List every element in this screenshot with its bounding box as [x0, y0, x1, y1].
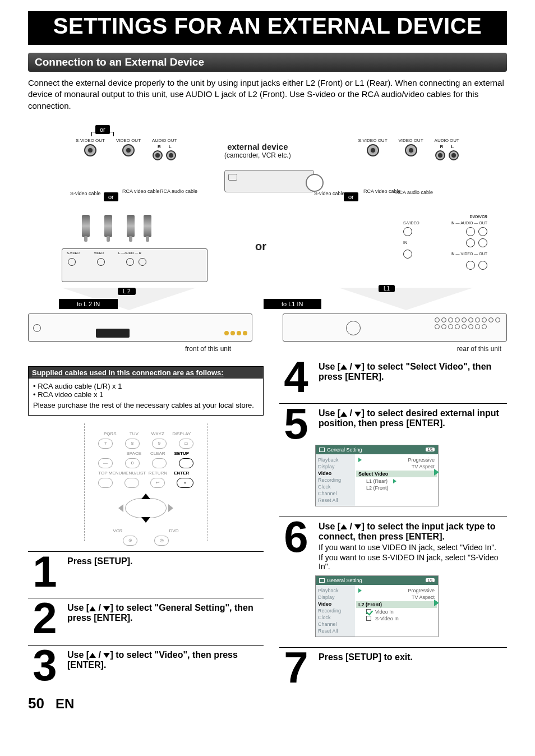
arrow-right-icon	[434, 600, 439, 606]
osd-page-tag: 1/1	[426, 578, 435, 582]
remote-label: SPACE	[122, 451, 146, 456]
to-l1-label: to L1 IN	[264, 299, 321, 309]
osd-side-item: Display	[318, 463, 353, 470]
tv-icon	[319, 578, 325, 583]
step-text: Use [ / ] to select desired external inp…	[319, 407, 507, 440]
step-2: 2 Use [ / ] to select "General Setting",…	[28, 598, 264, 635]
step-number: 2	[28, 602, 62, 635]
audio-out-label: AUDIO OUT	[152, 139, 177, 143]
supplied-item: RCA video cable x 1	[33, 390, 259, 399]
osd-side-item: Playback	[318, 587, 353, 594]
page-footer: 50 EN	[28, 695, 507, 712]
supplied-cables-box: Supplied cables used in this connection …	[28, 366, 264, 416]
svideo-out-label: S-VIDEO OUT	[76, 139, 105, 143]
jack-icon	[403, 250, 412, 259]
jack-icon	[478, 227, 487, 236]
remote-topmenu-button[interactable]	[98, 478, 113, 488]
audio-l-label: L	[451, 144, 454, 149]
cable-plug-icon	[82, 215, 90, 237]
rear-video-label: IN — VIDEO — OUT	[451, 252, 487, 256]
remote-key-7[interactable]: 7	[98, 439, 113, 449]
jack-icon	[68, 258, 76, 266]
step-number: 6	[279, 520, 313, 571]
step-1: 1 Press [SETUP].	[28, 551, 264, 588]
external-device-label: external device (camcorder, VCR etc.)	[224, 142, 291, 159]
remote-setup-label: SETUP	[170, 451, 194, 456]
down-triangle-icon	[103, 606, 110, 611]
osd-side-item: Clock	[318, 483, 353, 490]
remote-label: TUV	[122, 431, 146, 436]
step-number: 3	[28, 649, 62, 682]
remote-label: RETURN	[146, 471, 169, 476]
osd-side-item: Reset All	[318, 497, 353, 504]
dpad-up-icon[interactable]	[141, 494, 150, 499]
audio-r-label: R	[440, 144, 443, 149]
remote-label: DVD	[154, 528, 193, 533]
front-svideo-label: S-VIDEO	[67, 251, 80, 255]
step-number: 5	[279, 407, 313, 440]
remote-control-diagram: PQRS TUV WXYZ DISPLAY 7 8 9 ▭ SPACE CLEA…	[84, 423, 207, 541]
remote-label: MENU/LIST	[122, 471, 146, 476]
rca-audio-cable-label: RCA audio cable	[395, 190, 433, 195]
supplied-header: Supplied cables used in this connection …	[29, 367, 263, 379]
step-6-sub1: If you want to use VIDEO IN jack, select…	[319, 543, 507, 552]
remote-menulist-button[interactable]	[124, 478, 139, 488]
cable-plug-icon	[104, 215, 112, 237]
osd-side-item: Clock	[318, 614, 353, 621]
remote-clear-button[interactable]	[152, 458, 167, 468]
step-text: Use [ / ] to select "Video", then press …	[67, 649, 264, 682]
front-video-label: VIDEO	[94, 251, 104, 255]
osd-row-text: Video In	[375, 609, 394, 615]
osd-side-item: Recording	[318, 607, 353, 614]
up-triangle-icon	[340, 412, 347, 417]
remote-enter-button[interactable]: ●	[177, 478, 193, 488]
jack-icon	[466, 238, 475, 247]
dpad-left-icon[interactable]	[118, 504, 123, 512]
step-text: Use [ / ] to select "Select Video", then…	[319, 361, 507, 394]
or-label: or	[95, 125, 110, 134]
remote-dvd-button[interactable]: ◎	[154, 536, 169, 546]
remote-label: DISPLAY	[170, 431, 194, 436]
up-triangle-icon	[340, 365, 347, 370]
remote-key-blank[interactable]: —	[98, 458, 113, 468]
remote-key-0[interactable]: 0	[125, 458, 140, 468]
remote-label: PQRS	[98, 431, 122, 436]
remote-return-button[interactable]: ↩	[150, 478, 165, 488]
down-triangle-icon	[103, 653, 110, 658]
rear-caption: rear of this unit	[457, 345, 501, 353]
osd-sidebar: Playback Display Video Recording Clock C…	[316, 454, 355, 506]
arrow-right-icon	[358, 458, 362, 462]
down-triangle-icon	[354, 365, 361, 370]
step-6-sub2: If you want to use S-VIDEO IN jack, sele…	[319, 553, 507, 571]
osd-menu-step6: General Setting1/1 Playback Display Vide…	[315, 575, 439, 637]
jack-icon	[403, 227, 412, 236]
jack-icon	[478, 261, 487, 270]
osd-side-item: Playback	[318, 457, 353, 463]
osd-side-item: Recording	[318, 477, 353, 483]
remote-setup-button[interactable]	[179, 458, 193, 468]
supplied-item: RCA audio cable (L/R) x 1	[33, 382, 259, 390]
remote-dpad[interactable]	[115, 491, 177, 525]
unit-rear-view	[283, 314, 507, 342]
audio-r-jack-icon	[435, 150, 445, 160]
step-text: Use [ / ] to select "General Setting", t…	[67, 602, 264, 635]
osd-menu-step5: General Setting1/1 Playback Display Vide…	[315, 445, 439, 506]
osd-row-highlight: L2 (Front)	[358, 602, 382, 607]
remote-key-9[interactable]: 9	[152, 439, 167, 449]
remote-key-8[interactable]: 8	[125, 439, 140, 449]
dpad-down-icon[interactable]	[141, 517, 150, 523]
remote-vcr-button[interactable]: ⊙	[123, 536, 137, 546]
remote-display-button[interactable]: ▭	[179, 439, 193, 449]
to-l2-label: to L 2 IN	[59, 299, 118, 309]
step-number: 7	[279, 651, 313, 684]
page-language: EN	[56, 696, 74, 712]
arrow-right-icon	[434, 469, 439, 476]
remote-label: WXYZ	[146, 431, 170, 436]
rca-audio-cable-label: RCA audio cable	[160, 189, 197, 194]
dpad-right-icon[interactable]	[168, 504, 173, 512]
cable-plug-icon	[127, 215, 135, 237]
osd-main: Progressive TV Aspect L2 (Front) Video I…	[355, 585, 438, 637]
rear-panel-closeup: DVD/VCR S-VIDEOIN — AUDIO — OUT IN IN — …	[403, 215, 487, 276]
step-number: 1	[28, 555, 62, 588]
osd-side-item: Channel	[318, 621, 353, 628]
